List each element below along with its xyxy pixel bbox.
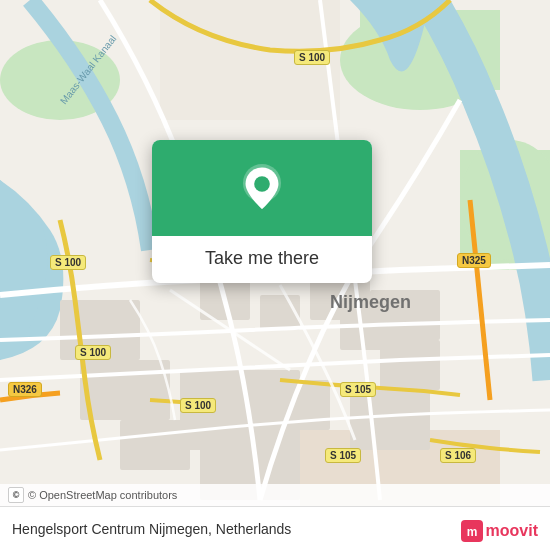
moovit-logo: m moovit [461, 520, 538, 542]
map-container: Nijmegen Maas-Waal Kanaal S 100 S 100 S … [0, 0, 550, 550]
info-bar: Hengelsport Centrum Nijmegen, Netherland… [0, 506, 550, 550]
svg-point-24 [254, 176, 270, 192]
road-label-s100-top: S 100 [294, 50, 330, 65]
popup-card: Take me there [152, 140, 372, 283]
moovit-logo-icon: m [461, 520, 483, 542]
road-label-s106: S 106 [440, 448, 476, 463]
svg-text:m: m [466, 525, 477, 539]
svg-rect-14 [120, 420, 190, 470]
svg-rect-20 [350, 390, 430, 450]
attribution-text: © OpenStreetMap contributors [28, 489, 177, 501]
road-label-s105-1: S 105 [340, 382, 376, 397]
road-label-s100-left2: S 100 [75, 345, 111, 360]
moovit-text: moovit [486, 522, 538, 540]
road-label-s105-2: S 105 [325, 448, 361, 463]
road-label-n325: N325 [457, 253, 491, 268]
svg-text:Nijmegen: Nijmegen [330, 292, 411, 312]
osm-logo: © [8, 487, 24, 503]
svg-rect-13 [80, 360, 170, 420]
take-me-there-button[interactable]: Take me there [185, 236, 339, 283]
svg-rect-19 [380, 340, 440, 390]
location-name: Hengelsport Centrum Nijmegen, Netherland… [12, 521, 291, 537]
road-label-n326: N326 [8, 382, 42, 397]
location-pin-icon [236, 164, 288, 216]
popup-green-area [152, 140, 372, 236]
road-label-s100-left1: S 100 [50, 255, 86, 270]
attribution-bar: © © OpenStreetMap contributors [0, 484, 550, 506]
road-label-s100-bottom: S 100 [180, 398, 216, 413]
